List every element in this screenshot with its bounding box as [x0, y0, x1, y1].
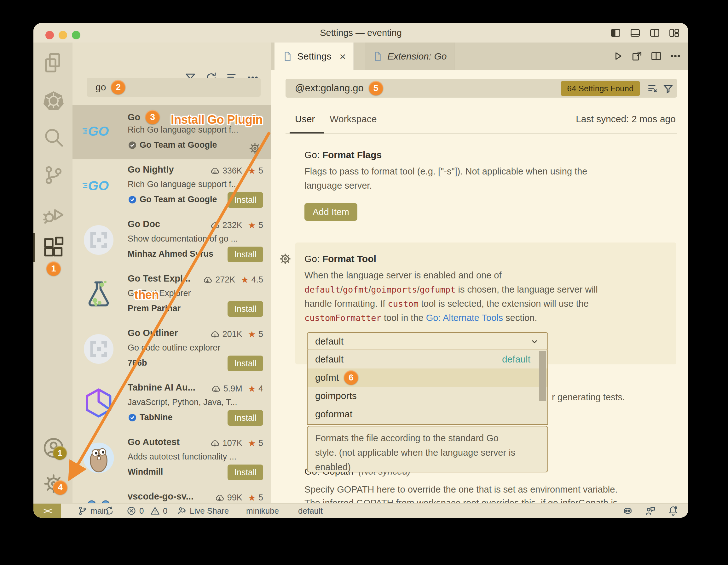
install-button[interactable]: Install — [228, 247, 263, 262]
tab-extension-go[interactable]: Extension: Go — [365, 43, 454, 70]
statusbar-0[interactable]: 0 — [150, 504, 167, 518]
editor-area: Settings × Extension: Go @ext:golang.go … — [271, 43, 688, 503]
install-button[interactable]: Install — [228, 410, 263, 426]
zoom-window-button[interactable] — [72, 31, 80, 39]
code-span: default — [304, 285, 340, 294]
install-button[interactable]: Install — [228, 301, 263, 317]
activitybar-search[interactable] — [42, 126, 65, 149]
rating: 4.5 — [251, 275, 263, 285]
extension-stats: 99K ★ 5 — [215, 493, 263, 503]
activitybar-explorer[interactable] — [42, 52, 65, 74]
statusbar-sync[interactable] — [104, 504, 114, 518]
extension-stats: 232K ★ 5 — [210, 220, 263, 231]
option-label: goformat — [315, 409, 352, 419]
format-tool-select[interactable]: default — [307, 332, 548, 350]
liveshare-icon — [177, 506, 187, 516]
extension-row-tabnine-ai-au-[interactable]: Tabnine AI Au... 5.9M ★ 4 JavaScript, Py… — [72, 377, 271, 432]
warning-icon — [150, 506, 160, 516]
close-window-button[interactable] — [45, 31, 54, 39]
branch-icon — [78, 506, 88, 516]
activitybar-kubernetes[interactable] — [42, 89, 65, 112]
file-icon — [282, 51, 293, 62]
setting-format-tool-title: Go: Format Tool — [304, 254, 376, 264]
extension-row-go-outliner[interactable]: Go Outliner 201K ★ 5 Go code outline exp… — [72, 323, 271, 377]
dropdown-scrollbar[interactable] — [539, 351, 546, 401]
install-button[interactable]: Install — [228, 464, 263, 480]
svg-text:GO: GO — [88, 124, 109, 139]
dropdown-option-goformat[interactable]: goformat — [308, 405, 547, 423]
setting-format-flags-title: Go: Format Flags — [304, 150, 382, 160]
activitybar-extensions[interactable] — [42, 235, 65, 258]
play-icon[interactable] — [612, 50, 624, 62]
settings-found-badge: 64 Settings Found — [561, 81, 640, 96]
dropdown-option-gofmt[interactable]: gofmt 6 — [308, 368, 547, 387]
minimize-window-button[interactable] — [59, 31, 67, 39]
alternate-tools-link[interactable]: Go: Alternate Tools — [426, 313, 503, 323]
go-logo-icon: GO — [82, 114, 115, 148]
statusbar-0[interactable]: 0 — [126, 504, 144, 518]
extension-name: vscode-go-sv... — [128, 491, 194, 502]
titlebar: Settings — eventing — [33, 23, 688, 43]
status-bar: >< main 0 0 Live Share minikube default — [33, 503, 688, 518]
feedback-icon[interactable] — [645, 505, 656, 516]
open-changes-icon[interactable] — [631, 50, 643, 62]
layout-icon[interactable] — [668, 27, 680, 39]
scope-tab-workspace[interactable]: Workspace — [330, 114, 377, 124]
file-icon — [372, 51, 383, 62]
clear-settings-filter-icon[interactable] — [646, 83, 658, 95]
tab-settings[interactable]: Settings × — [274, 43, 354, 70]
settings-body: @ext:golang.go 5 64 Settings Found User … — [271, 70, 688, 503]
dropdown-option-goimports[interactable]: goimports — [308, 387, 547, 405]
extension-stats: 201K ★ 5 — [210, 329, 263, 339]
close-tab-icon[interactable]: × — [339, 50, 346, 63]
extension-row-go-autotest[interactable]: Go Autotest 107K ★ 5 Adds autotest funct… — [72, 432, 271, 486]
downloads-icon — [210, 221, 220, 231]
format-tool-select-value: default — [315, 336, 344, 347]
setting-gear-icon[interactable] — [278, 252, 292, 266]
bell-icon[interactable] — [667, 505, 679, 516]
activity-bar — [33, 43, 72, 503]
split-editor-icon[interactable] — [650, 50, 662, 62]
statusbar-minikube[interactable]: minikube — [246, 504, 279, 518]
verified-publisher-icon — [128, 141, 137, 150]
rating: 4 — [258, 384, 263, 394]
code-span: custom — [388, 299, 419, 308]
rating: 5 — [258, 493, 263, 503]
split-window-icon[interactable] — [649, 27, 661, 39]
rating: 5 — [258, 221, 263, 230]
install-button[interactable]: Install — [228, 192, 263, 208]
remote-indicator[interactable]: >< — [33, 504, 61, 518]
extensions-search-input[interactable]: go 2 — [87, 78, 261, 97]
install-button[interactable]: Install — [228, 355, 263, 371]
extension-row-vscode-go-sv-[interactable]: vscode-go-sv... 99K ★ 5 — [72, 486, 271, 503]
extension-row-go-nightly[interactable]: GO Go Nightly 336K ★ 5 Rich Go language … — [72, 159, 271, 214]
extension-row-go[interactable]: GO Go3 Rich Go language support f... Go … — [72, 105, 271, 159]
statusbar-live-share[interactable]: Live Share — [177, 504, 229, 518]
tab-extension-go-label: Extension: Go — [387, 51, 447, 62]
add-item-button[interactable]: Add Item — [304, 203, 357, 221]
setting-gopath-description-clipped: The inferred GOPATH from workspace root … — [304, 496, 617, 503]
setting-format-tool-description: When the language server is enabled and … — [304, 268, 598, 325]
activitybar-run-debug[interactable] — [42, 204, 65, 226]
sidebar-toggle-icon[interactable] — [610, 27, 621, 39]
copilot-icon[interactable] — [622, 505, 633, 516]
manage-extension-gear-icon[interactable] — [248, 142, 262, 155]
panel-toggle-icon[interactable] — [629, 27, 641, 39]
more-icon[interactable] — [669, 50, 681, 62]
extension-row-go-test-expl-[interactable]: Go Test Expl... 272K ★ 4.5 Go Test Explo… — [72, 268, 271, 323]
filter-settings-icon[interactable] — [662, 83, 674, 95]
divider — [286, 133, 677, 134]
dropdown-option-default[interactable]: default default — [308, 350, 547, 368]
extension-description: Go Test Explorer — [128, 288, 263, 298]
download-count: 5.9M — [223, 384, 242, 394]
error-icon — [126, 506, 136, 516]
statusbar-default[interactable]: default — [298, 504, 323, 518]
activitybar-accounts[interactable] — [42, 436, 65, 459]
annotation-badge-2: 2 — [111, 80, 125, 95]
verified-publisher-icon — [128, 413, 137, 422]
statusbar-main[interactable]: main — [78, 504, 108, 518]
activitybar-manage[interactable] — [42, 472, 65, 495]
scope-tab-user[interactable]: User — [295, 114, 315, 124]
activitybar-source-control[interactable] — [42, 164, 65, 187]
extension-row-go-doc[interactable]: Go Doc 232K ★ 5 Show documentation of go… — [72, 214, 271, 268]
